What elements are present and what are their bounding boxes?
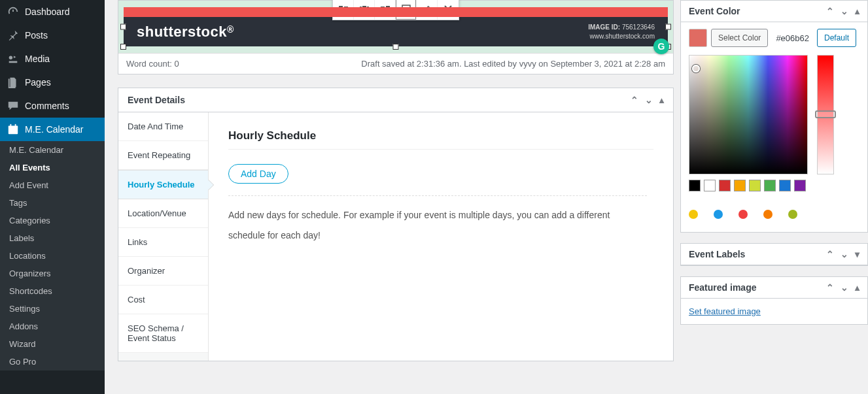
color-dot[interactable] (714, 210, 723, 219)
tab-organizer[interactable]: Organizer (118, 257, 208, 286)
svg-rect-2 (9, 126, 18, 129)
event-details-tabs: Date And TimeEvent RepeatingHourly Sched… (118, 112, 209, 361)
metabox-toggle-icon[interactable]: ▴ (855, 282, 859, 293)
color-swatch[interactable] (779, 180, 791, 191)
submenu-item-addons[interactable]: Addons (0, 318, 105, 335)
color-hex-value: #e06b62 (772, 29, 813, 47)
submenu-item-tags[interactable]: Tags (0, 194, 105, 212)
metabox-toggle-icon[interactable]: ▴ (659, 95, 664, 105)
color-dot[interactable] (689, 210, 698, 219)
submenu-item-go-pro[interactable]: Go Pro (0, 353, 105, 370)
tab-hourly-schedule[interactable]: Hourly Schedule (118, 170, 208, 199)
resize-handle[interactable] (120, 44, 126, 50)
metabox-move-up-icon[interactable]: ⌃ (826, 282, 834, 293)
metabox-toggle-icon[interactable]: ▾ (855, 249, 859, 259)
color-dot[interactable] (788, 210, 797, 219)
current-color-swatch (689, 29, 707, 47)
tab-cost[interactable]: Cost (118, 286, 208, 314)
event-labels-metabox: Event Labels ⌃ ⌄ ▾ (680, 243, 868, 266)
event-labels-title: Event Labels (689, 249, 745, 259)
select-color-button[interactable]: Select Color (711, 29, 768, 47)
color-swatch[interactable] (794, 180, 806, 191)
tab-seo-schema-event-status[interactable]: SEO Schema / Event Status (118, 314, 208, 353)
dashboard-icon (7, 5, 20, 18)
color-swatch[interactable] (749, 180, 761, 191)
submenu-item-m-e-calendar[interactable]: M.E. Calendar (0, 141, 105, 159)
submenu-item-categories[interactable]: Categories (0, 212, 105, 229)
preset-swatches (689, 180, 859, 191)
hue-slider-thumb[interactable] (815, 110, 836, 118)
event-color-title: Event Color (689, 6, 740, 16)
content-editor-box: shutterstock® IMAGE ID: 756123646 www.sh… (118, 0, 674, 74)
sidebar-item-media[interactable]: Media (0, 47, 105, 71)
color-saturation-area[interactable] (689, 55, 808, 174)
sidebar-item-m-e-calendar[interactable]: M.E. Calendar (0, 118, 105, 141)
panel-heading: Hourly Schedule (228, 129, 653, 150)
sidebar-item-pages[interactable]: Pages (0, 71, 105, 94)
resize-handle[interactable] (120, 24, 126, 30)
editor-status-bar: Word count: 0 Draft saved at 2:31:36 am.… (118, 53, 673, 74)
submenu-item-shortcodes[interactable]: Shortcodes (0, 282, 105, 300)
resize-handle[interactable] (665, 24, 671, 30)
set-featured-image-link[interactable]: Set featured image (689, 306, 761, 316)
color-picker-cursor[interactable] (692, 65, 700, 73)
hue-slider[interactable] (817, 55, 834, 174)
metabox-move-up-icon[interactable]: ⌃ (826, 6, 834, 16)
event-details-title: Event Details (128, 95, 185, 105)
tab-date-and-time[interactable]: Date And Time (118, 112, 208, 141)
settings-rail: Event Color ⌃ ⌄ ▴ Select Color #e06b62 D… (680, 0, 868, 394)
metabox-move-down-icon[interactable]: ⌄ (645, 95, 653, 105)
pages-icon (7, 76, 20, 89)
metabox-move-up-icon[interactable]: ⌃ (631, 95, 638, 105)
metabox-move-up-icon[interactable]: ⌃ (826, 249, 834, 259)
word-count: Word count: 0 (126, 59, 179, 69)
color-swatch[interactable] (704, 180, 716, 191)
default-color-button[interactable]: Default (817, 29, 856, 47)
metabox-move-down-icon[interactable]: ⌄ (841, 249, 848, 259)
metabox-move-down-icon[interactable]: ⌄ (841, 6, 848, 16)
featured-image-metabox: Featured image ⌃ ⌄ ▴ Set featured image (680, 276, 868, 325)
featured-image-title: Featured image (689, 282, 756, 293)
add-day-button[interactable]: Add Day (228, 164, 288, 184)
color-swatch[interactable] (689, 180, 701, 191)
shutterstock-logo: shutterstock® (137, 24, 234, 41)
submenu-item-wizard[interactable]: Wizard (0, 335, 105, 353)
color-dot[interactable] (763, 210, 773, 219)
metabox-move-down-icon[interactable]: ⌄ (841, 282, 848, 293)
svg-rect-4 (15, 124, 16, 127)
panel-description: Add new days for schedule. For example i… (228, 195, 647, 246)
selected-image[interactable]: shutterstock® IMAGE ID: 756123646 www.sh… (124, 7, 668, 46)
color-dot[interactable] (738, 210, 748, 219)
submenu-item-add-event[interactable]: Add Event (0, 176, 105, 194)
svg-point-0 (9, 56, 12, 59)
image-preview-banner (124, 7, 668, 17)
image-watermark-bar: shutterstock® IMAGE ID: 756123646 www.sh… (124, 17, 668, 46)
pin-icon (7, 29, 20, 42)
hourly-schedule-panel: Hourly Schedule Add Day Add new days for… (209, 112, 673, 361)
metabox-toggle-icon[interactable]: ▴ (855, 6, 859, 16)
tab-links[interactable]: Links (118, 228, 208, 257)
main-content: shutterstock® IMAGE ID: 756123646 www.sh… (105, 0, 680, 394)
event-details-metabox: Event Details ⌃ ⌄ ▴ Date And TimeEvent R… (118, 88, 674, 361)
image-meta: IMAGE ID: 756123646 www.shutterstock.com (588, 23, 655, 41)
submenu-item-all-events[interactable]: All Events (0, 159, 105, 176)
submenu-item-locations[interactable]: Locations (0, 247, 105, 265)
comments-icon (7, 99, 20, 112)
color-swatch[interactable] (734, 180, 746, 191)
submenu-item-organizers[interactable]: Organizers (0, 265, 105, 282)
svg-rect-3 (10, 124, 12, 127)
color-tag-dots (681, 198, 867, 232)
sidebar-item-dashboard[interactable]: Dashboard (0, 0, 105, 24)
color-swatch[interactable] (719, 180, 731, 191)
grammarly-icon[interactable]: G (653, 39, 669, 54)
tab-event-repeating[interactable]: Event Repeating (118, 141, 208, 170)
resize-handle[interactable] (393, 44, 399, 50)
save-status: Draft saved at 2:31:36 am. Last edited b… (361, 59, 665, 69)
color-swatch[interactable] (764, 180, 776, 191)
submenu-item-settings[interactable]: Settings (0, 300, 105, 318)
sidebar-item-posts[interactable]: Posts (0, 24, 105, 47)
sidebar-item-comments[interactable]: Comments (0, 94, 105, 118)
event-color-metabox: Event Color ⌃ ⌄ ▴ Select Color #e06b62 D… (680, 0, 868, 233)
submenu-item-labels[interactable]: Labels (0, 229, 105, 247)
tab-location-venue[interactable]: Location/Venue (118, 199, 208, 228)
